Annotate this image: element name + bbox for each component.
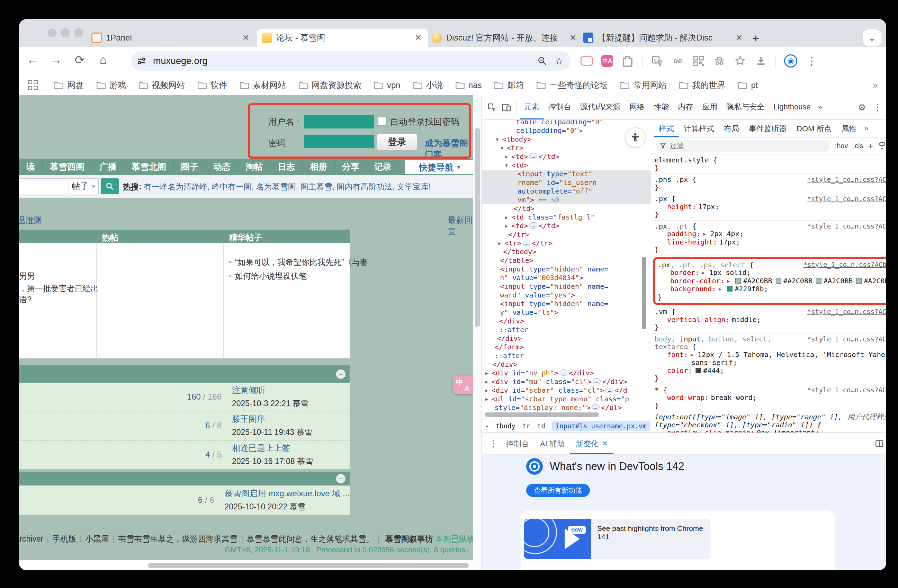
nav-item[interactable]: 记录: [367, 161, 399, 172]
drawer-tab[interactable]: 新变化 ✕: [570, 433, 614, 454]
nav-item[interactable]: 相册: [303, 161, 335, 172]
translate-extension-icon[interactable]: 中A: [601, 55, 613, 67]
css-rule[interactable]: *style_1_co…n.css?ACb:1 .vm { vertical-a…: [651, 306, 886, 334]
pseudo-state-toggle[interactable]: :hov: [835, 142, 848, 150]
link-icon[interactable]: [672, 55, 684, 67]
color-swatch[interactable]: [727, 286, 732, 292]
dom-tree-node[interactable]: ▶<div id="nv_ph">…</div>: [482, 369, 651, 377]
address-bar[interactable]: muxuege.org ☆: [131, 51, 571, 71]
expand-arrow-icon[interactable]: ▶: [505, 152, 511, 161]
elements-vertical-scrollbar[interactable]: [642, 257, 646, 329]
dom-tree-node[interactable]: ▶<ul id="scbar_type_menu" class="p: [482, 395, 651, 403]
css-declaration[interactable]: color:#444;: [655, 367, 886, 375]
dom-tree-node[interactable]: </tr>: [482, 230, 651, 239]
nav-item[interactable]: 慕雪西阁: [43, 161, 92, 172]
expand-arrow-icon[interactable]: ▼: [501, 144, 507, 152]
paint-panel-icon[interactable]: [878, 142, 886, 150]
dom-tree-node[interactable]: </table>: [482, 256, 651, 265]
expand-arrow-icon[interactable]: [702, 269, 705, 277]
devtools-menu-icon[interactable]: ⋮: [871, 100, 885, 115]
color-swatch[interactable]: [695, 368, 701, 373]
css-rule[interactable]: *style_1_co…n.css?ACb:1 .pns .px { }: [651, 174, 886, 193]
stylesheet-link[interactable]: *style_1_co…n.css?ACb:1: [807, 335, 886, 343]
devtools-tabs-overflow[interactable]: »: [815, 103, 825, 112]
forum-cell-text[interactable]: 男男: [19, 271, 35, 282]
video-thumbnail[interactable]: new: [524, 519, 591, 559]
dom-tree-node[interactable]: ▶<td>…</td>: [482, 222, 651, 230]
url-text[interactable]: muxuege.org: [153, 56, 537, 66]
thread-row[interactable]: 6 / 6 慕雪阁启用 mxg.weixue.love 域 ... 2025-1…: [19, 485, 350, 514]
devtools-tab[interactable]: 元素: [520, 95, 544, 120]
css-declaration[interactable]: border-color:#A2C0BB#A2C0BB#A2C0BB#A2C0B…: [658, 277, 886, 285]
stylesheet-link[interactable]: *style_1_co…n.css?ACb:1: [807, 195, 886, 203]
dom-tree-node[interactable]: ▶<tr>…</tr>: [482, 239, 651, 248]
see-all-features-button[interactable]: 查看所有新功能: [526, 484, 590, 497]
breadcrumb-selected[interactable]: input#ls_username.px.vm: [552, 421, 650, 431]
dom-tree-node[interactable]: ::after: [482, 351, 651, 360]
expand-arrow-icon[interactable]: ▼: [505, 161, 511, 170]
browser-menu-icon[interactable]: ⋮: [806, 55, 818, 67]
new-rule-button[interactable]: +: [868, 141, 873, 151]
devtools-tab[interactable]: 应用: [698, 95, 722, 120]
bookmark-folder[interactable]: 软件: [197, 80, 227, 91]
footer-link[interactable]: 韦雪韦雪生慕之，遨游四海求其雪|: [118, 534, 246, 543]
styles-tab[interactable]: 事件监听器: [744, 120, 792, 137]
zoom-icon[interactable]: [537, 56, 547, 66]
breadcrumb-item[interactable]: td: [537, 422, 545, 430]
forward-icon[interactable]: →: [48, 53, 64, 66]
devtools-tab[interactable]: 隐私与安全: [722, 95, 769, 120]
css-declaration[interactable]: border:1px solid;: [658, 269, 886, 277]
device-toolbar-icon[interactable]: [499, 100, 514, 115]
tab-1panel[interactable]: 1Panel ✕: [86, 29, 255, 47]
dom-tree-node[interactable]: autocomplete="off": [482, 187, 651, 195]
breadcrumb-left-arrow[interactable]: ◂: [485, 423, 489, 429]
css-declaration[interactable]: overflow-clip-margin:0px !important;: [655, 429, 886, 433]
search-type-select[interactable]: 帖子 ▼: [69, 179, 98, 194]
dom-tree-node[interactable]: </tbody>: [482, 248, 651, 256]
expand-arrow-icon[interactable]: [703, 230, 706, 238]
drawer-tab[interactable]: AI 辅助 ✕: [535, 433, 570, 454]
styles-tab[interactable]: DOM 断点: [792, 120, 836, 137]
dom-tree-node[interactable]: </div>: [482, 360, 651, 369]
styles-tab[interactable]: 布局: [719, 120, 744, 137]
css-declaration[interactable]: line-height:17px;: [655, 238, 886, 246]
stylesheet-link[interactable]: *style_1_co…n.css?ACb:1: [807, 222, 886, 230]
footer-link[interactable]: 慕雪慕雪此间意，生之落笔求其雪。|: [246, 534, 383, 543]
bookmark-folder[interactable]: 小说: [413, 80, 443, 91]
tab-forum-active[interactable]: 论坛 - 慕雪阁 ✕: [257, 29, 428, 47]
dom-tree-node[interactable]: vm"> == $0: [482, 195, 651, 204]
dom-tree-node[interactable]: y" value="ls">: [482, 308, 651, 317]
color-swatch[interactable]: [776, 278, 781, 283]
css-rule[interactable]: element.style { }: [651, 154, 886, 174]
breadcrumb-item[interactable]: tr: [523, 422, 530, 430]
drawer-close-icon[interactable]: ✕: [885, 436, 886, 451]
footer-link[interactable]: Archiver|: [19, 534, 52, 543]
search-input[interactable]: [19, 179, 68, 194]
dom-tree-node[interactable]: h" value="003d4834">: [482, 274, 651, 282]
elements-horizontal-scrollbar[interactable]: [485, 413, 599, 417]
expand-arrow-icon[interactable]: [727, 277, 730, 285]
breadcrumb-item[interactable]: tbody: [496, 422, 515, 430]
styles-filter-input[interactable]: 过滤: [655, 140, 830, 152]
nav-item[interactable]: 动态: [206, 161, 238, 172]
css-rule[interactable]: 用户代理样式表 input:not([type="image" i], [typ…: [651, 411, 886, 433]
color-swatch[interactable]: [816, 278, 821, 283]
nav-item[interactable]: 日志: [271, 161, 303, 172]
nav-item[interactable]: 圈子: [174, 161, 206, 172]
expand-arrow-icon[interactable]: ▶: [485, 369, 492, 377]
new-tab-button[interactable]: +: [752, 31, 759, 45]
drawer-menu-icon[interactable]: ⋮: [486, 436, 501, 451]
apps-grid-icon[interactable]: [28, 80, 38, 90]
inspect-icon[interactable]: [485, 100, 499, 115]
bilibili-extension-icon[interactable]: [581, 56, 593, 66]
styles-tab[interactable]: 计算样式: [679, 120, 719, 137]
expand-arrow-icon[interactable]: ▶: [485, 395, 492, 403]
moderator-link[interactable]: 温澄渊: [19, 215, 42, 226]
dom-tree-node[interactable]: <input type="hidden" name=: [482, 300, 651, 308]
expand-drawer-icon[interactable]: [875, 439, 884, 448]
gear-icon[interactable]: ⚙: [855, 100, 869, 115]
css-rule[interactable]: *style_1_co…n.css?ACb:1 .px { height:17p…: [651, 193, 886, 220]
color-swatch[interactable]: [856, 278, 862, 283]
collapse-icon[interactable]: −: [336, 369, 346, 379]
css-declaration[interactable]: height:17px;: [655, 203, 886, 211]
